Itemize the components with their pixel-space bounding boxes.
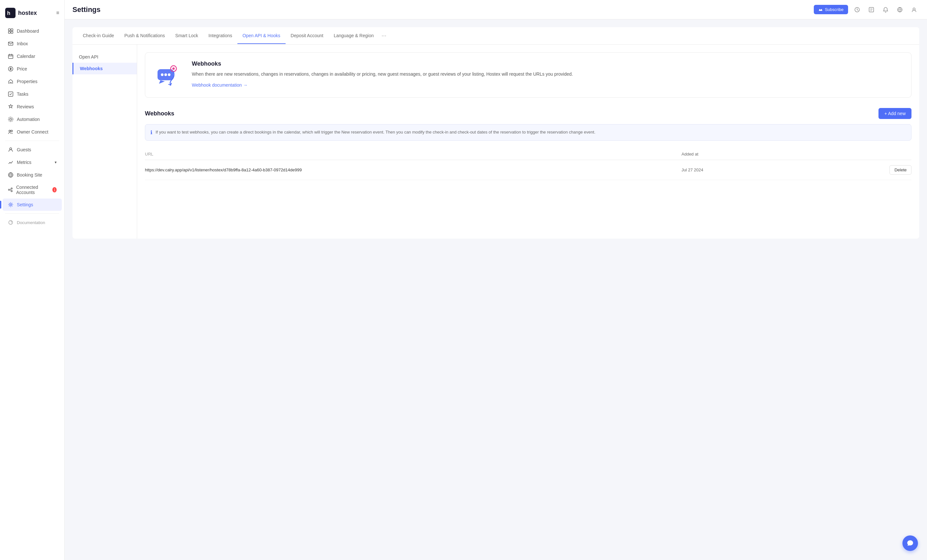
svg-rect-6 [8,55,13,59]
svg-point-27 [164,73,167,76]
sidebar-item-label: Properties [17,79,38,84]
sidebar-item-guests[interactable]: Guests [3,144,62,156]
settings-nav-open-api[interactable]: Open API [73,51,137,63]
svg-point-10 [8,117,13,121]
sidebar-item-booking-site[interactable]: Booking Site [3,169,62,181]
svg-point-18 [10,204,12,206]
info-box-text: If you want to test webhooks, you can cr… [156,129,596,136]
connected-accounts-icon [8,187,13,193]
booking-site-icon [8,172,14,178]
sidebar-item-label: Owner Connect [17,129,48,135]
tabs-more-icon[interactable]: ··· [379,27,389,44]
add-new-button[interactable]: + Add new [878,108,912,119]
globe-icon [897,7,903,13]
subscribe-button[interactable]: Subscribe [814,5,848,14]
menu-icon[interactable]: ≡ [56,10,59,16]
calendar-icon [8,53,14,59]
svg-point-30 [172,68,175,70]
chat-fab[interactable] [903,536,918,551]
history-icon [854,7,860,13]
sidebar-item-label: Automation [17,117,40,122]
inbox-icon [8,41,14,47]
svg-point-13 [10,148,12,150]
settings-tabs: Check-in Guide Push & Notifications Smar… [73,27,919,45]
sidebar-item-connected-accounts[interactable]: Connected Accounts 1 [3,181,62,198]
dashboard-icon [8,28,14,34]
sidebar-item-settings[interactable]: Settings [3,199,62,211]
user-avatar-icon [911,7,917,13]
webhook-info-card: Webhooks When there are new reservations… [145,52,912,98]
automation-icon [8,116,14,122]
bell-icon [883,7,889,13]
edit-icon [868,7,874,13]
svg-point-15 [8,189,10,190]
sidebar-item-label: Booking Site [17,172,43,178]
tab-deposit-account[interactable]: Deposit Account [286,28,328,44]
webhook-info-title: Webhooks [192,61,573,67]
col-url-header: URL [145,149,681,160]
delete-button[interactable]: Delete [889,165,912,175]
user-icon-btn[interactable] [909,5,919,15]
sidebar-item-docs[interactable]: ? Documentation [3,216,62,229]
webhooks-table: URL Added at https://dev.calry.app/api/v… [145,149,912,180]
guests-icon [8,147,14,153]
svg-text:?: ? [11,221,12,225]
sidebar-item-inbox[interactable]: Inbox [3,38,62,50]
webhook-action: Delete [835,160,912,180]
sidebar-item-label: Metrics [17,160,31,165]
webhook-doc-link[interactable]: Webhook documentation → [192,82,248,88]
sidebar-item-dashboard[interactable]: Dashboard [3,25,62,37]
logo-text: hostex [18,10,37,17]
svg-rect-5 [11,31,13,33]
sidebar-item-label: Guests [17,147,31,152]
settings-sidebar: Open API Webhooks [73,45,137,238]
sidebar-item-owner-connect[interactable]: Owner Connect [3,126,62,138]
owner-connect-icon [8,129,14,135]
sidebar-item-properties[interactable]: Properties [3,75,62,88]
sidebar-item-label: Price [17,66,27,71]
tab-push-notifications[interactable]: Push & Notifications [119,28,170,44]
settings-main-content: Webhooks When there are new reservations… [137,45,919,238]
svg-point-28 [168,73,170,76]
webhook-added-date: Jul 27 2024 [681,160,835,180]
sidebar-item-label: Connected Accounts [16,185,49,195]
price-icon [8,66,14,72]
tab-integrations[interactable]: Integrations [204,28,237,44]
properties-icon [8,79,14,84]
webhook-illustration [153,61,185,90]
webhook-info-text: Webhooks When there are new reservations… [192,61,573,90]
main-area: Settings Subscribe [65,0,927,560]
svg-rect-2 [8,29,11,31]
bell-icon-btn[interactable] [880,5,891,15]
hostex-logo-icon: h [5,8,15,18]
sidebar-item-reviews[interactable]: Reviews [3,100,62,113]
sidebar-item-label: Tasks [17,91,29,97]
history-icon-btn[interactable] [852,5,862,15]
page-title: Settings [73,6,100,14]
tab-smart-lock[interactable]: Smart Lock [170,28,204,44]
sidebar-item-tasks[interactable]: Tasks [3,88,62,100]
docs-icon: ? [8,220,14,225]
content-area: Check-in Guide Push & Notifications Smar… [65,20,927,560]
sidebar-item-metrics[interactable]: Metrics ▾ [3,156,62,168]
webhook-info-box: ℹ If you want to test webhooks, you can … [145,124,912,141]
sidebar-item-automation[interactable]: Automation [3,113,62,126]
settings-nav-webhooks[interactable]: Webhooks [73,63,137,74]
sidebar-item-price[interactable]: Price [3,63,62,75]
webhooks-section-title: Webhooks [145,110,174,117]
edit-icon-btn[interactable] [866,5,877,15]
sidebar-item-calendar[interactable]: Calendar [3,50,62,62]
header: Settings Subscribe [65,0,927,20]
metrics-icon [8,159,14,165]
crown-icon [818,8,823,12]
sidebar-item-label: Reviews [17,104,34,109]
nav-divider [5,141,59,141]
tab-checkin-guide[interactable]: Check-in Guide [78,28,119,44]
sidebar-item-label: Dashboard [17,29,39,33]
globe-icon-btn[interactable] [895,5,905,15]
sidebar-item-label: Settings [17,202,33,207]
webhook-url: https://dev.calry.app/api/v1/listener/ho… [145,160,681,180]
tab-language-region[interactable]: Language & Region [328,28,379,44]
tab-open-api-hooks[interactable]: Open API & Hooks [237,28,286,44]
svg-rect-0 [5,8,15,18]
